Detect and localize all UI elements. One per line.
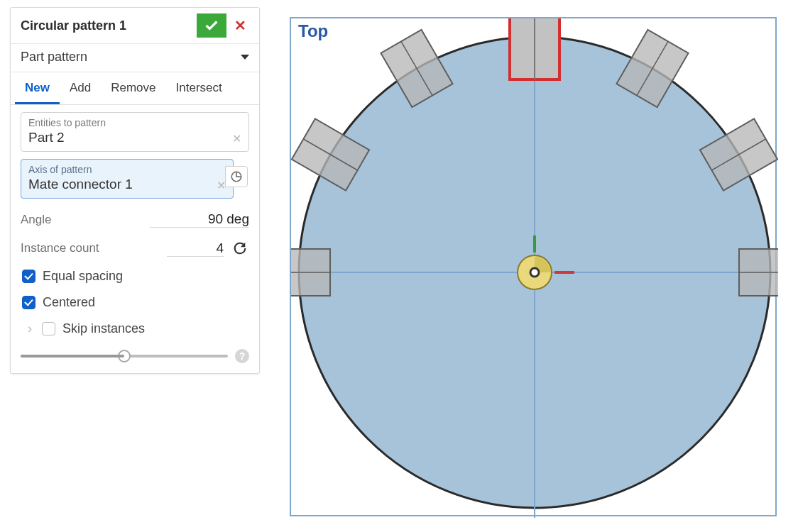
cancel-button[interactable]: ✕	[226, 13, 253, 38]
entities-label: Entities to pattern	[28, 117, 241, 128]
pattern-instance	[291, 249, 330, 296]
axis-field[interactable]: Axis of pattern Mate connector 1 ✕	[21, 159, 234, 199]
check-icon	[204, 18, 219, 33]
slider-thumb[interactable]	[118, 350, 131, 362]
axis-label: Axis of pattern	[28, 164, 226, 175]
equal-spacing-label: Equal spacing	[43, 269, 123, 284]
instance-count-label: Instance count	[21, 241, 160, 255]
angle-label: Angle	[21, 213, 143, 227]
pattern-type-dropdown[interactable]: Part pattern	[11, 44, 259, 72]
pattern-instance	[739, 249, 778, 296]
source-part	[510, 18, 559, 79]
axis-value: Mate connector 1	[28, 177, 226, 192]
reverse-direction-button[interactable]	[231, 239, 249, 257]
equal-spacing-row[interactable]: Equal spacing	[11, 263, 259, 289]
mate-connector-button[interactable]	[225, 166, 248, 187]
tab-remove[interactable]: Remove	[101, 72, 165, 104]
entities-field[interactable]: Entities to pattern Part 2 ✕	[21, 112, 249, 152]
help-icon: ?	[239, 350, 246, 362]
svg-point-2	[530, 268, 539, 277]
operation-tabs: New Add Remove Intersect	[11, 72, 259, 105]
slider-row: ?	[11, 342, 259, 373]
equal-spacing-checkbox[interactable]	[22, 270, 35, 283]
feature-dialog: Circular pattern 1 ✕ Part pattern New Ad…	[10, 7, 260, 374]
expand-chevron-icon[interactable]: ›	[28, 321, 32, 336]
opacity-slider[interactable]	[21, 355, 228, 358]
tab-add[interactable]: Add	[60, 72, 101, 104]
angle-row: Angle 90 deg	[11, 206, 259, 233]
clear-entities-icon[interactable]: ✕	[232, 132, 241, 145]
tab-new[interactable]: New	[15, 72, 60, 104]
centered-row[interactable]: Centered	[11, 289, 259, 316]
graphics-viewport[interactable]: Top	[290, 17, 777, 516]
instance-count-row: Instance count 4	[11, 233, 259, 263]
instance-count-input[interactable]: 4	[167, 240, 224, 257]
skip-instances-checkbox[interactable]	[42, 322, 55, 336]
dialog-title: Circular pattern 1	[21, 18, 197, 33]
help-button[interactable]: ?	[235, 349, 249, 363]
viewport-canvas	[291, 18, 778, 518]
confirm-button[interactable]	[197, 13, 226, 38]
mate-connector-icon	[230, 170, 243, 183]
reverse-icon	[232, 240, 248, 256]
pattern-type-label: Part pattern	[21, 50, 241, 65]
centered-checkbox[interactable]	[22, 296, 35, 309]
close-icon: ✕	[234, 17, 246, 34]
angle-input[interactable]: 90 deg	[150, 211, 249, 228]
centered-label: Centered	[43, 295, 95, 310]
skip-instances-label: Skip instances	[62, 321, 145, 336]
tab-intersect[interactable]: Intersect	[166, 72, 232, 104]
skip-instances-row[interactable]: › Skip instances	[11, 316, 259, 342]
view-orientation-label: Top	[298, 21, 328, 41]
dialog-header: Circular pattern 1 ✕	[11, 8, 259, 44]
chevron-down-icon	[241, 55, 249, 60]
entities-value: Part 2	[28, 130, 241, 145]
